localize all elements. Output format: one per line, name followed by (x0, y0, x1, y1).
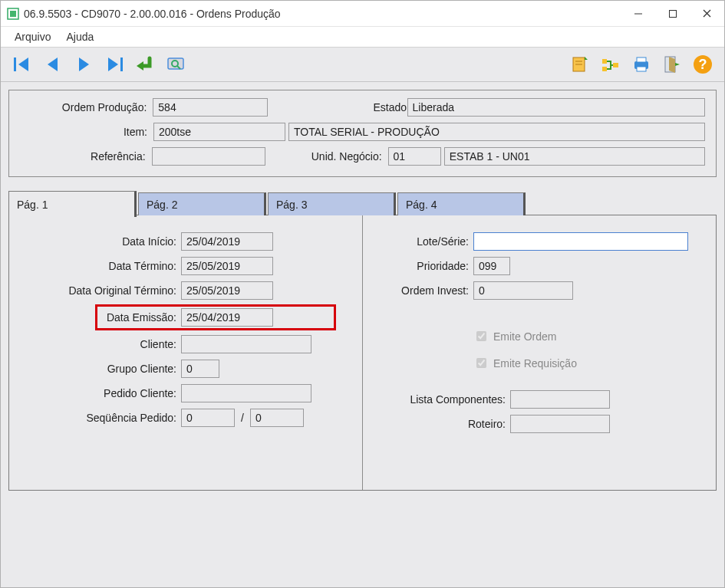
lista-componentes-label: Lista Componentes: (374, 393, 510, 406)
svg-marker-7 (18, 57, 28, 71)
referencia-field (152, 147, 265, 166)
estado-label: Estado: (328, 101, 404, 113)
data-emissao-label: Data Emissão: (97, 311, 181, 324)
svg-rect-20 (602, 59, 607, 64)
maximize-button[interactable] (655, 1, 690, 26)
content-area: Ordem Produção: 584 Estado: Liberada Ite… (1, 82, 724, 587)
tab-col-right: Lote/Série: Prioridade: 099 Ordem Invest… (362, 215, 716, 490)
item-desc-field: TOTAL SERIAL - PRODUÇÃO (288, 123, 705, 141)
svg-marker-9 (79, 57, 89, 71)
svg-rect-21 (602, 67, 607, 71)
window: 06.9.5503 - CD9070 - 2.00.00.016 - Orden… (0, 0, 725, 588)
tab-content: Data Início: 25/04/2019 Data Término: 25… (8, 215, 717, 491)
data-emissao-highlight: Data Emissão: 25/04/2019 (97, 306, 334, 329)
roteiro-label: Roteiro: (374, 418, 510, 430)
seq-pedido-field-1: 0 (181, 409, 235, 427)
cliente-label: Cliente: (20, 338, 181, 350)
seq-pedido-field-2: 0 (250, 409, 304, 427)
prioridade-field: 099 (473, 257, 510, 275)
seq-pedido-sep: / (235, 412, 250, 424)
menu-bar: Arquivo Ajuda (1, 27, 724, 47)
svg-rect-22 (613, 63, 618, 67)
cliente-field (181, 335, 311, 353)
ordem-invest-field: 0 (473, 281, 573, 300)
referencia-label: Referência: (20, 150, 149, 163)
data-original-termino-label: Data Original Término: (20, 284, 181, 297)
first-button[interactable] (8, 51, 36, 78)
svg-rect-11 (120, 57, 123, 71)
tab-pag-3[interactable]: Pág. 3 (268, 192, 396, 215)
unid-negocio-desc-field: ESTAB 1 - UN01 (444, 147, 705, 166)
data-termino-field: 25/05/2019 (181, 257, 273, 275)
emite-requisicao-label: Emite Requisição (493, 357, 577, 370)
lote-serie-field[interactable] (473, 232, 688, 251)
svg-rect-25 (637, 67, 646, 71)
menu-ajuda[interactable]: Ajuda (58, 28, 101, 45)
emite-requisicao-checkbox-row: Emite Requisição (374, 353, 696, 373)
pedido-cliente-label: Pedido Cliente: (20, 387, 181, 399)
help-button[interactable]: ? (689, 51, 717, 78)
svg-rect-6 (14, 57, 16, 71)
svg-rect-3 (669, 10, 676, 17)
last-button[interactable] (101, 51, 128, 78)
unid-negocio-label: Unid. Negócio: (286, 150, 384, 163)
svg-text:?: ? (699, 57, 707, 72)
close-button[interactable] (690, 1, 724, 26)
tab-pag-2-label: Pág. 2 (147, 199, 177, 211)
tab-pag-4[interactable]: Pág. 4 (397, 192, 526, 215)
goto-button[interactable] (131, 51, 159, 78)
item-code-field: 200tse (153, 123, 285, 141)
svg-marker-19 (585, 57, 588, 60)
search-button[interactable] (162, 51, 189, 78)
data-emissao-field: 25/04/2019 (181, 308, 273, 327)
svg-marker-12 (137, 61, 143, 71)
ordem-invest-label: Ordem Invest: (374, 284, 473, 297)
tab-col-left: Data Início: 25/04/2019 Data Término: 25… (9, 215, 362, 490)
prioridade-label: Prioridade: (374, 260, 473, 272)
seq-pedido-label: Seqüência Pedido: (20, 412, 181, 424)
pedido-cliente-field (181, 384, 311, 402)
svg-marker-27 (669, 57, 675, 73)
menu-arquivo[interactable]: Arquivo (7, 28, 58, 45)
minimize-button[interactable] (621, 1, 655, 26)
window-title: 06.9.5503 - CD9070 - 2.00.00.016 - Orden… (24, 8, 621, 20)
svg-marker-8 (48, 57, 58, 71)
emite-ordem-checkbox (476, 331, 486, 341)
estado-field: Liberada (407, 98, 705, 117)
previous-button[interactable] (39, 51, 67, 78)
grupo-cliente-field: 0 (181, 360, 219, 378)
grupo-cliente-label: Grupo Cliente: (20, 363, 181, 375)
emite-ordem-label: Emite Ordem (493, 330, 556, 343)
ordem-producao-field: 584 (153, 98, 267, 117)
tab-pag-3-label: Pág. 3 (276, 199, 307, 211)
lista-componentes-field (510, 390, 610, 409)
tab-pag-2[interactable]: Pág. 2 (138, 192, 266, 215)
data-inicio-field: 25/04/2019 (181, 232, 273, 251)
toolbar: ? (1, 47, 724, 82)
data-inicio-label: Data Início: (20, 235, 181, 248)
data-termino-label: Data Término: (20, 260, 181, 272)
tab-pag-1-label: Pág. 1 (17, 199, 48, 211)
app-icon (7, 8, 19, 20)
print-button[interactable] (628, 51, 655, 78)
unid-negocio-code-field: 01 (388, 147, 441, 166)
svg-rect-1 (10, 11, 16, 17)
tree-button[interactable] (597, 51, 624, 78)
svg-marker-28 (675, 63, 680, 66)
exit-button[interactable] (658, 51, 686, 78)
svg-marker-10 (108, 57, 118, 71)
tab-bar: Pág. 1 Pág. 2 Pág. 3 Pág. 4 (8, 191, 717, 215)
ordem-producao-label: Ordem Produção: (20, 101, 150, 113)
tab-pag-1[interactable]: Pág. 1 (8, 191, 137, 217)
title-bar: 06.9.5503 - CD9070 - 2.00.00.016 - Orden… (1, 1, 724, 27)
svg-line-4 (704, 10, 710, 17)
emite-ordem-checkbox-row: Emite Ordem (374, 326, 696, 347)
svg-rect-24 (637, 57, 646, 62)
notes-button[interactable] (566, 51, 594, 78)
svg-rect-13 (168, 58, 183, 69)
svg-line-5 (704, 10, 710, 17)
data-original-termino-field: 25/05/2019 (181, 281, 273, 300)
header-group: Ordem Produção: 584 Estado: Liberada Ite… (8, 90, 717, 177)
emite-requisicao-checkbox (476, 358, 486, 368)
next-button[interactable] (70, 51, 97, 78)
